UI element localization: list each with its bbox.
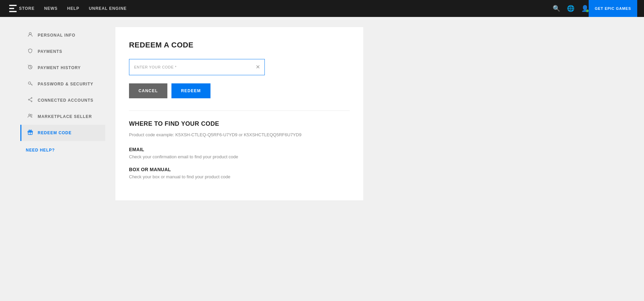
code-input-wrapper: ✕ xyxy=(129,59,350,75)
navbar-store[interactable]: STORE xyxy=(19,6,35,11)
user-icon[interactable]: 👤 xyxy=(581,5,589,12)
sidebar-item-personal-info[interactable]: PERSONAL INFO xyxy=(20,27,105,43)
sidebar-label-password-security: PASSWORD & SECURITY xyxy=(38,82,93,86)
redeem-button[interactable]: REDEEM xyxy=(171,83,210,98)
email-section: EMAIL Check your confirmation email to f… xyxy=(129,147,350,159)
sidebar-label-payments: PAYMENTS xyxy=(38,49,62,54)
main-content: REDEEM A CODE ✕ CANCEL REDEEM WHERE TO F… xyxy=(105,17,644,301)
sidebar-item-payment-history[interactable]: PAYMENT HISTORY xyxy=(20,60,105,76)
sidebar-item-marketplace-seller[interactable]: MARKETPLACE SELLER xyxy=(20,108,105,125)
code-input[interactable] xyxy=(129,59,265,75)
navbar-news[interactable]: NEWS xyxy=(44,6,58,11)
email-section-desc: Check your confirmation email to find yo… xyxy=(129,154,350,159)
history-icon xyxy=(27,64,34,71)
page-container: PERSONAL INFO PAYMENTS PAYMENT HISTORY P… xyxy=(0,17,644,301)
navbar: STORE NEWS HELP UNREAL ENGINE 🔍 🌐 👤 GET … xyxy=(0,0,644,17)
share-icon xyxy=(27,97,34,104)
person-group-icon xyxy=(27,113,34,120)
navbar-links: STORE NEWS HELP UNREAL ENGINE xyxy=(19,6,553,11)
redeem-code-title: REDEEM A CODE xyxy=(129,41,350,49)
sidebar-label-redeem-code: REDEEM CODE xyxy=(38,131,72,135)
sidebar-label-payment-history: PAYMENT HISTORY xyxy=(38,65,81,70)
svg-point-8 xyxy=(31,114,32,116)
search-icon[interactable]: 🔍 xyxy=(553,5,560,12)
person-icon xyxy=(27,32,34,39)
shield-icon xyxy=(27,48,34,55)
sidebar-item-connected-accounts[interactable]: CONNECTED ACCOUNTS xyxy=(20,92,105,108)
sidebar-item-redeem-code[interactable]: REDEEM CODE xyxy=(20,125,105,141)
epic-games-logo xyxy=(7,2,19,15)
get-epic-button[interactable]: GET EPIC GAMES xyxy=(589,0,637,17)
sidebar-label-marketplace-seller: MARKETPLACE SELLER xyxy=(38,114,92,119)
cancel-button[interactable]: CANCEL xyxy=(129,83,167,98)
sidebar-help-link[interactable]: NEED HELP? xyxy=(20,141,105,159)
svg-point-4 xyxy=(31,98,32,99)
svg-point-6 xyxy=(29,99,30,100)
box-section-desc: Check your box or manual to find your pr… xyxy=(129,174,350,179)
email-section-title: EMAIL xyxy=(129,147,350,152)
box-section-title: BOX OR MANUAL xyxy=(129,167,350,172)
where-to-find-title: WHERE TO FIND YOUR CODE xyxy=(129,120,350,127)
clear-input-button[interactable]: ✕ xyxy=(254,63,261,71)
svg-point-1 xyxy=(29,33,31,35)
sidebar-item-payments[interactable]: PAYMENTS xyxy=(20,43,105,60)
key-icon xyxy=(27,81,34,87)
navbar-help[interactable]: HELP xyxy=(67,6,79,11)
user-online-dot xyxy=(586,9,589,12)
navbar-right: 🔍 🌐 👤 xyxy=(553,5,589,12)
sidebar-label-personal-info: PERSONAL INFO xyxy=(38,33,75,38)
svg-point-5 xyxy=(31,101,32,102)
code-example-text: Product code example: K5XSH-CTLEQ-Q5RF6-… xyxy=(129,132,350,137)
content-card: REDEEM A CODE ✕ CANCEL REDEEM WHERE TO F… xyxy=(115,27,363,200)
sidebar-label-connected-accounts: CONNECTED ACCOUNTS xyxy=(38,98,93,103)
gift-icon xyxy=(27,129,34,136)
action-buttons: CANCEL REDEEM xyxy=(129,83,350,98)
box-section: BOX OR MANUAL Check your box or manual t… xyxy=(129,167,350,179)
sidebar-item-password-security[interactable]: PASSWORD & SECURITY xyxy=(20,76,105,92)
navbar-unreal-engine[interactable]: UNREAL ENGINE xyxy=(89,6,127,11)
language-icon[interactable]: 🌐 xyxy=(567,5,574,12)
svg-point-7 xyxy=(29,114,31,116)
section-divider xyxy=(129,111,350,111)
sidebar: PERSONAL INFO PAYMENTS PAYMENT HISTORY P… xyxy=(0,17,105,301)
